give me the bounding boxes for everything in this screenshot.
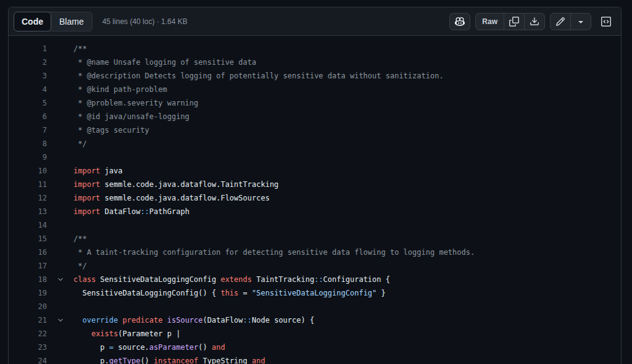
copilot-button[interactable] [449, 13, 470, 30]
line-number[interactable]: 23 [9, 341, 47, 354]
code-line: 14 [9, 218, 621, 232]
fold-gutter [47, 327, 73, 341]
tab-blame[interactable]: Blame [51, 12, 92, 31]
code-line: 1/** [9, 42, 621, 56]
code-text: */ [73, 137, 87, 151]
code-text: * A taint-tracking configuration for det… [73, 246, 475, 259]
edit-button[interactable] [551, 14, 570, 30]
download-button[interactable] [524, 14, 544, 30]
line-number[interactable]: 3 [9, 69, 47, 83]
line-number[interactable]: 6 [9, 110, 47, 123]
code-text: class SensitiveDataLoggingConfig extends… [73, 273, 390, 286]
code-line: 12import semmle.code.java.dataflow.FlowS… [9, 191, 621, 205]
fold-gutter [47, 354, 73, 364]
fold-gutter [47, 341, 73, 354]
code-text: SensitiveDataLoggingConfig() { this = "S… [73, 286, 386, 300]
code-line: 19 SensitiveDataLoggingConfig() { this =… [9, 286, 621, 300]
code-line: 18class SensitiveDataLoggingConfig exten… [9, 273, 621, 286]
edit-group [550, 13, 591, 30]
code-line: 24 p.getType() instanceof TypeString and [9, 354, 621, 364]
fold-gutter [47, 151, 73, 164]
line-number[interactable]: 17 [9, 259, 47, 273]
pencil-icon [555, 17, 565, 27]
fold-gutter [47, 218, 73, 232]
line-number[interactable]: 4 [9, 83, 47, 96]
fold-gutter [47, 300, 73, 313]
code-text: p = source.asParameter() and [73, 341, 225, 354]
code-line: 2 * @name Unsafe logging of sensitive da… [9, 56, 621, 69]
code-square-icon [601, 17, 611, 27]
fold-gutter [47, 232, 73, 246]
code-text: * @problem.severity warning [73, 96, 198, 110]
copy-icon [509, 17, 519, 27]
line-number[interactable]: 20 [9, 300, 47, 313]
line-number[interactable]: 12 [9, 191, 47, 205]
fold-gutter [47, 205, 73, 218]
edit-dropdown-button[interactable] [570, 14, 591, 30]
code-line: 10import java [9, 164, 621, 178]
fold-gutter [47, 123, 73, 137]
code-text: import DataFlow::PathGraph [73, 205, 189, 218]
fold-gutter [47, 286, 73, 300]
code-line: 6 * @id java/unsafe-logging [9, 110, 621, 123]
line-number[interactable]: 24 [9, 354, 47, 364]
fold-gutter [47, 56, 73, 69]
code-text: p.getType() instanceof TypeString and [73, 354, 265, 364]
chevron-down-icon[interactable] [47, 313, 73, 327]
code-line: 22 exists(Parameter p | [9, 327, 621, 341]
line-number[interactable]: 8 [9, 137, 47, 151]
code-text: * @name Unsafe logging of sensitive data [73, 56, 256, 69]
code-text: import semmle.code.java.dataflow.TaintTr… [73, 178, 278, 191]
line-number[interactable]: 7 [9, 123, 47, 137]
chevron-down-icon[interactable] [47, 273, 73, 286]
line-number[interactable]: 18 [9, 273, 47, 286]
copy-button[interactable] [504, 14, 524, 30]
code-line: 17 */ [9, 259, 621, 273]
fold-gutter [47, 191, 73, 205]
line-number[interactable]: 21 [9, 313, 47, 327]
code-text: exists(Parameter p | [73, 327, 180, 341]
line-number[interactable]: 10 [9, 164, 47, 178]
fold-gutter [47, 246, 73, 259]
code-text: * @kind path-problem [73, 83, 167, 96]
fold-gutter [47, 42, 73, 56]
code-line: 16 * A taint-tracking configuration for … [9, 246, 621, 259]
line-number[interactable]: 9 [9, 151, 47, 164]
line-number[interactable]: 16 [9, 246, 47, 259]
line-number[interactable]: 22 [9, 327, 47, 341]
line-number[interactable]: 14 [9, 218, 47, 232]
code-text: import java [73, 164, 122, 178]
code-line: 8 */ [9, 137, 621, 151]
code-line: 3 * @description Detects logging of pote… [9, 69, 621, 83]
code-text: override predicate isSource(DataFlow::No… [73, 313, 314, 327]
file-info: 45 lines (40 loc) · 1.64 KB [102, 17, 188, 26]
code-line: 15/** [9, 232, 621, 246]
code-text: /** [73, 232, 87, 246]
fold-gutter [47, 259, 73, 273]
line-number[interactable]: 15 [9, 232, 47, 246]
code-text: */ [73, 259, 87, 273]
fold-gutter [47, 69, 73, 83]
symbols-button[interactable] [596, 13, 616, 30]
line-number[interactable]: 11 [9, 178, 47, 191]
code-text: /** [73, 42, 87, 56]
tab-code[interactable]: Code [14, 12, 51, 31]
raw-button[interactable]: Raw [476, 14, 504, 30]
code-line: 9 [9, 151, 621, 164]
code-line: 5 * @problem.severity warning [9, 96, 621, 110]
line-number[interactable]: 5 [9, 96, 47, 110]
code-line: 4 * @kind path-problem [9, 83, 621, 96]
raw-actions-group: Raw [475, 13, 545, 30]
line-number[interactable]: 19 [9, 286, 47, 300]
line-number[interactable]: 13 [9, 205, 47, 218]
line-number[interactable]: 2 [9, 56, 47, 69]
code-blame-switcher: Code Blame [14, 12, 93, 31]
file-view-panel: Code Blame 45 lines (40 loc) · 1.64 KB R… [8, 7, 622, 364]
download-icon [530, 17, 539, 27]
fold-gutter [47, 83, 73, 96]
line-number[interactable]: 1 [9, 42, 47, 56]
code-line: 21 override predicate isSource(DataFlow:… [9, 313, 621, 327]
code-line: 11import semmle.code.java.dataflow.Taint… [9, 178, 621, 191]
code-text: * @id java/unsafe-logging [73, 110, 189, 123]
fold-gutter [47, 178, 73, 191]
